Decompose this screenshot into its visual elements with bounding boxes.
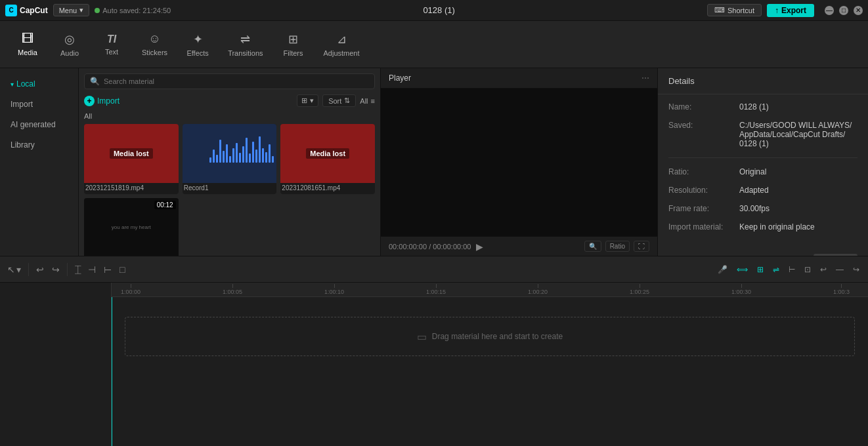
menu-button[interactable]: Menu ▾	[53, 4, 90, 16]
sort-button[interactable]: Sort ⇅	[322, 94, 356, 107]
details-panel: Details Name: 0128 (1) Saved: C:/Users/G…	[658, 68, 868, 256]
sort-label: Sort	[328, 97, 341, 105]
sidebar-item-local[interactable]: ▾ Local	[3, 74, 76, 94]
audio-label-text: Audio	[60, 49, 79, 57]
split-tool-2[interactable]: ⊣	[86, 262, 98, 277]
split-icon-3: ⊢	[104, 264, 112, 275]
toolbar-item-stickers[interactable]: ☺ Stickers	[134, 28, 175, 60]
detail-value-saved: C:/Users/GOOD WILL ALWAYS/AppData/Local/…	[739, 121, 857, 148]
toolbar-item-filters[interactable]: ⊞ Filters	[274, 28, 313, 61]
audio-waveform	[207, 139, 276, 165]
auto-saved-label: Auto saved: 21:24:50	[102, 7, 171, 14]
link-tracks-button[interactable]: ⟺	[733, 263, 751, 276]
transitions-icon: ⇌	[240, 32, 250, 47]
detail-row-framerate: Frame rate: 30.00fps	[668, 204, 857, 213]
media-item-4[interactable]: 00:12 you are my heart 20240305... (2).m…	[84, 198, 179, 256]
undo-tl-button[interactable]: ↩	[817, 263, 830, 276]
grid-icon: ⊞	[301, 96, 307, 105]
media-icon: 🎞	[22, 32, 33, 46]
toolbar-item-audio[interactable]: ◎ Audio	[50, 28, 89, 61]
sidebar-item-import[interactable]: Import	[3, 94, 76, 114]
timeline-main: 1:00:00 1:00:05 1:00:10 1:00:15 1:00:20	[112, 283, 868, 446]
import-label: Import	[97, 96, 119, 106]
media-item-3[interactable]: Media lost 202312081651.mp4	[280, 124, 375, 194]
sidebar-toggle[interactable]: ⊢	[785, 263, 798, 276]
view-toggle-button[interactable]: ⊞ ▾	[297, 94, 318, 107]
toolbar-item-transitions[interactable]: ⇌ Transitions	[220, 28, 271, 61]
sidebar-library-label: Library	[11, 140, 35, 150]
redo-tl-button[interactable]: ↪	[850, 263, 863, 276]
toolbar-item-media[interactable]: 🎞 Media	[8, 28, 47, 60]
titlebar-right: ⌨ Shortcut ↑ Export — □ ✕	[707, 4, 863, 17]
all-filter-button[interactable]: All ≡	[360, 97, 375, 105]
sidebar-item-ai-generated[interactable]: AI generated	[3, 115, 76, 134]
crop-tool[interactable]: □	[118, 262, 127, 277]
search-frame-button[interactable]: 🔍	[584, 241, 601, 252]
close-button[interactable]: ✕	[854, 6, 863, 15]
media-thumb-4: 00:12 you are my heart	[84, 198, 179, 256]
film-icon: ▭	[417, 331, 427, 343]
sidebar-local-label: Local	[16, 79, 35, 89]
filter-icon: ≡	[371, 97, 375, 105]
play-button[interactable]: ▶	[476, 241, 483, 252]
video-preview-text: you are my heart	[109, 222, 154, 233]
redo-button[interactable]: ↪	[50, 262, 62, 277]
logo-text: CapCut	[20, 6, 48, 15]
app-logo: C CapCut	[5, 5, 48, 16]
toolbar-item-effects[interactable]: ✦ Effects	[178, 28, 217, 61]
link-button-2[interactable]: ⇌	[770, 263, 783, 276]
media-area: 🔍 + Import ⊞ ▾ Sort ⇅ All	[79, 68, 380, 256]
cursor-icon: ↖	[7, 264, 15, 275]
media-filename-3: 202312081651.mp4	[280, 183, 375, 194]
select-arrow: ▾	[16, 264, 21, 275]
drop-zone[interactable]: ▭ Drag material here and start to create	[125, 317, 855, 356]
fullscreen-button[interactable]: ⛶	[634, 241, 649, 252]
mic-button[interactable]: 🎤	[714, 263, 731, 276]
toolbar-item-text[interactable]: TI Text	[92, 30, 131, 60]
import-button[interactable]: + Import	[84, 96, 119, 106]
ruler-mark-4: 1:00:20	[528, 284, 548, 295]
ruler-mark-1: 1:00:05	[223, 284, 242, 295]
select-tool[interactable]: ↖ ▾	[5, 262, 23, 277]
minimize-button[interactable]: —	[825, 6, 834, 15]
detail-row-ratio: Ratio: Original	[668, 167, 857, 176]
time-current: 00:00:00:00 / 00:00:00:00	[389, 243, 471, 251]
media-filename-2: Record1	[183, 183, 277, 194]
detail-label-import-material: Import material:	[668, 222, 734, 232]
detail-label-framerate: Frame rate:	[668, 204, 734, 213]
details-header: Details	[658, 68, 868, 94]
media-duration-4: 00:12	[154, 201, 176, 209]
detail-value-ratio: Original	[739, 167, 857, 176]
maximize-button[interactable]: □	[839, 6, 848, 15]
audio-icon: ◎	[64, 32, 75, 47]
shortcut-button[interactable]: ⌨ Shortcut	[707, 4, 762, 16]
timeline-ruler: 1:00:00 1:00:05 1:00:10 1:00:15 1:00:20	[112, 283, 868, 297]
undo-icon: ↩	[36, 264, 44, 275]
detail-value-framerate: 30.00fps	[739, 204, 857, 213]
media-section-label: All	[84, 112, 375, 120]
search-input[interactable]	[104, 77, 369, 85]
local-arrow-icon: ▾	[11, 81, 14, 88]
media-search-bar[interactable]: 🔍	[84, 73, 375, 89]
media-item-2[interactable]: Record1	[183, 124, 277, 194]
media-item-1[interactable]: Media lost 202312151819.mp4	[84, 124, 179, 194]
toolbar-item-adjustment[interactable]: ⊿ Adjustment	[316, 28, 368, 61]
media-label-text: Media	[18, 49, 37, 56]
export-button[interactable]: ↑ Export	[767, 4, 814, 17]
layout-button[interactable]: ⊡	[801, 263, 814, 276]
snap-button[interactable]: ⊞	[754, 263, 767, 276]
timeline-right-tools: 🎤 ⟺ ⊞ ⇌ ⊢ ⊡ ↩ — ↪	[714, 263, 863, 276]
detail-row-import-material: Import material: Keep in original place	[668, 222, 857, 232]
split-tool-3[interactable]: ⊢	[102, 262, 114, 277]
zoom-out-button[interactable]: —	[833, 263, 847, 276]
media-thumb-2	[183, 124, 277, 183]
main-content: ▾ Local Import AI generated Library 🔍	[0, 68, 868, 256]
sidebar-item-library[interactable]: Library	[3, 135, 76, 155]
detail-label-saved: Saved:	[668, 121, 734, 130]
player-menu-icon[interactable]: ⋯	[641, 73, 649, 83]
ratio-button[interactable]: Ratio	[605, 241, 630, 252]
player-tools: 🔍 Ratio ⛶	[584, 241, 649, 252]
timeline-sep-2	[67, 263, 68, 276]
split-tool-1[interactable]: ⌶	[73, 262, 82, 277]
undo-button[interactable]: ↩	[34, 262, 46, 277]
